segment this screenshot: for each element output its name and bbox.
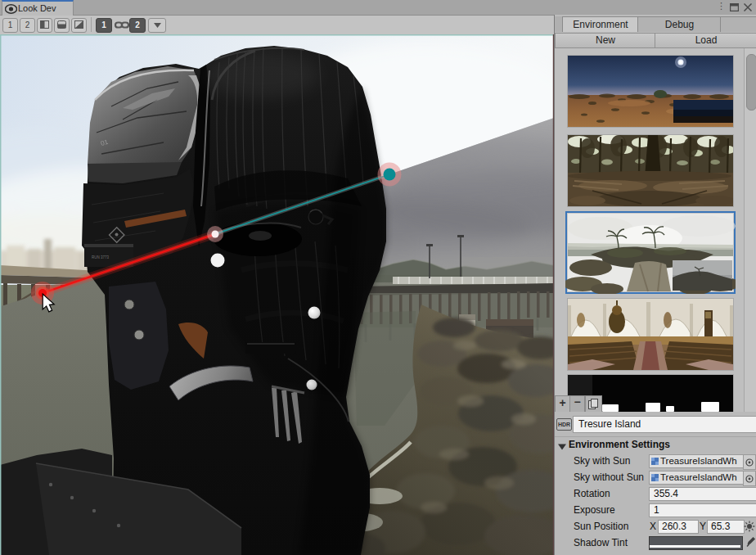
svg-text:RUN 3773: RUN 3773 — [92, 255, 110, 259]
